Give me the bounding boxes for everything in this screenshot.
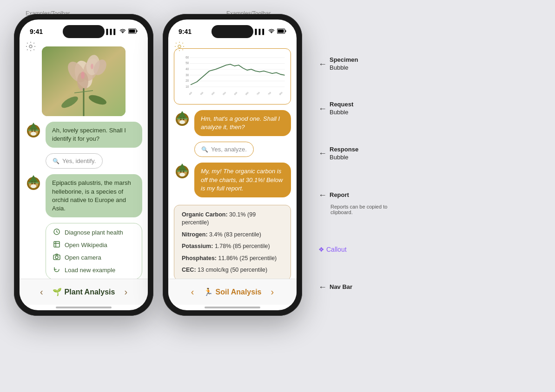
diagnose-icon <box>53 228 61 237</box>
action-wikipedia[interactable]: Open Wikipedia <box>53 241 135 249</box>
settings-button[interactable] <box>25 41 36 54</box>
chart-container: 60 50 40 30 20 10 <box>174 48 291 105</box>
left-nav-bar: ‹ 🌱 Plant Analysis › <box>20 279 148 305</box>
svg-text:550: 550 <box>222 91 226 96</box>
svg-text:450: 450 <box>200 91 204 96</box>
right-home-indicator <box>205 307 260 308</box>
dynamic-island-right <box>211 25 253 38</box>
svg-point-74 <box>183 171 185 173</box>
left-phone-screen: 9:41 ▌▌▌ <box>20 20 148 310</box>
nav-bar-arrow: ← <box>318 282 327 292</box>
request-bubble-1[interactable]: 🔍 Yes, identify. <box>46 153 103 169</box>
left-status-icons: ▌▌▌ <box>106 28 138 35</box>
camera-icon <box>53 253 61 262</box>
right-request-bubble[interactable]: 🔍 Yes, analyze. <box>194 142 254 157</box>
svg-rect-65 <box>177 118 188 119</box>
svg-point-22 <box>34 131 36 132</box>
left-time: 9:41 <box>30 28 43 35</box>
report-row-3: Phosphates: 11.86% (25 percentile) <box>182 255 283 263</box>
svg-point-68 <box>179 120 185 124</box>
svg-point-73 <box>180 171 182 173</box>
svg-point-30 <box>31 184 36 188</box>
svg-text:800: 800 <box>279 91 283 96</box>
svg-text:600: 600 <box>234 91 238 96</box>
svg-point-16 <box>91 64 93 69</box>
soil-chart: 60 50 40 30 20 10 <box>178 52 287 100</box>
wikipedia-icon <box>53 241 61 249</box>
svg-text:650: 650 <box>245 91 249 96</box>
svg-point-15 <box>81 72 85 79</box>
action-diagnose[interactable]: Diagnose plant health <box>53 228 135 237</box>
refresh-icon <box>53 266 61 274</box>
right-bot-message-2-bubble: My, my! The organic carbon is off the ch… <box>194 163 291 197</box>
soil-nav-icon: 🏃 <box>204 287 213 296</box>
svg-rect-39 <box>278 30 284 33</box>
wizard-avatar-2 <box>25 174 42 191</box>
report-row-2: Potassium: 1.78% (85 percentile) <box>182 242 283 251</box>
search-icon-1: 🔍 <box>53 158 59 164</box>
svg-point-28 <box>32 183 33 184</box>
right-nav-title: 🏃 Soil Analysis <box>204 287 262 296</box>
specimen-bubble-annotation: ← Specimen Bubble <box>318 56 387 72</box>
svg-text:500: 500 <box>211 91 215 96</box>
nav-bar-annotation: ← Nav Bar <box>318 282 387 292</box>
svg-rect-27 <box>28 182 39 183</box>
svg-rect-1 <box>137 30 138 32</box>
right-nav-next[interactable]: › <box>271 287 274 297</box>
callout-label: ❖ Callout <box>318 246 347 253</box>
callout-annotation: ❖ Callout <box>318 246 387 253</box>
report-arrow: ← <box>318 190 327 200</box>
action-load-example[interactable]: Load new example <box>53 266 135 274</box>
signal-bars-icon: ▌▌▌ <box>106 29 117 34</box>
battery-icon <box>128 28 138 35</box>
left-nav-next[interactable]: › <box>124 287 127 297</box>
svg-point-75 <box>179 173 185 176</box>
svg-rect-32 <box>54 242 59 247</box>
right-nav-prev[interactable]: ‹ <box>191 287 194 297</box>
plant-image <box>42 46 126 116</box>
plant-nav-icon: 🌱 <box>53 287 62 296</box>
bot-message-1-bubble: Ah, lovely specimen. Shall I identify it… <box>46 122 142 148</box>
action-camera[interactable]: Open camera <box>53 253 135 262</box>
right-nav-bar: ‹ 🏃 Soil Analysis › <box>168 279 297 305</box>
response-bubble-annotation: ← Response Bubble <box>318 146 387 162</box>
battery-right-icon <box>277 28 286 35</box>
right-bot-message-1-row: Hm, that's a good one. Shall I analyze i… <box>174 110 291 136</box>
left-home-indicator <box>56 307 112 308</box>
svg-point-36 <box>55 256 58 259</box>
bot-message-2-row: Epipactis palustris, the marsh hellebori… <box>25 174 142 217</box>
left-nav-prev[interactable]: ‹ <box>40 287 43 297</box>
right-chat-scroll[interactable]: 60 50 40 30 20 10 <box>168 40 297 279</box>
right-phone: 9:41 ▌▌▌ <box>163 14 302 316</box>
svg-text:30: 30 <box>185 73 189 77</box>
svg-point-67 <box>183 119 185 120</box>
dynamic-island-left <box>63 25 105 38</box>
bot-message-1-row: Ah, lovely specimen. Shall I identify it… <box>25 122 142 148</box>
svg-rect-72 <box>177 170 188 172</box>
response-arrow: ← <box>318 149 327 158</box>
svg-text:700: 700 <box>256 91 260 96</box>
wifi-icon <box>119 28 126 35</box>
right-phone-screen: 9:41 ▌▌▌ <box>168 20 297 310</box>
right-bot-message-1-bubble: Hm, that's a good one. Shall I analyze i… <box>194 110 291 136</box>
svg-text:40: 40 <box>185 67 189 71</box>
wizard-avatar-1 <box>25 122 42 138</box>
svg-point-3 <box>29 45 32 48</box>
svg-text:400: 400 <box>188 91 192 96</box>
right-wizard-avatar-1 <box>174 110 191 127</box>
signal-bars-right-icon: ▌▌▌ <box>255 29 266 34</box>
right-settings-button[interactable] <box>174 41 185 54</box>
left-chat-scroll[interactable]: Ah, lovely specimen. Shall I identify it… <box>20 40 148 279</box>
svg-point-23 <box>31 132 36 136</box>
right-bot-message-2-row: My, my! The organic carbon is off the ch… <box>174 163 291 197</box>
report-row-0: Organic Carbon: 30.1% (99 percentile) <box>182 211 283 227</box>
svg-rect-38 <box>285 30 286 32</box>
plant-image-container <box>25 46 142 116</box>
right-status-icons: ▌▌▌ <box>255 28 286 35</box>
right-time: 9:41 <box>178 28 192 35</box>
svg-point-21 <box>32 131 33 132</box>
right-wizard-avatar-2 <box>174 163 191 179</box>
left-nav-title: 🌱 Plant Analysis <box>53 287 115 296</box>
wifi-right-icon <box>268 28 275 35</box>
search-icon-right: 🔍 <box>201 146 208 153</box>
